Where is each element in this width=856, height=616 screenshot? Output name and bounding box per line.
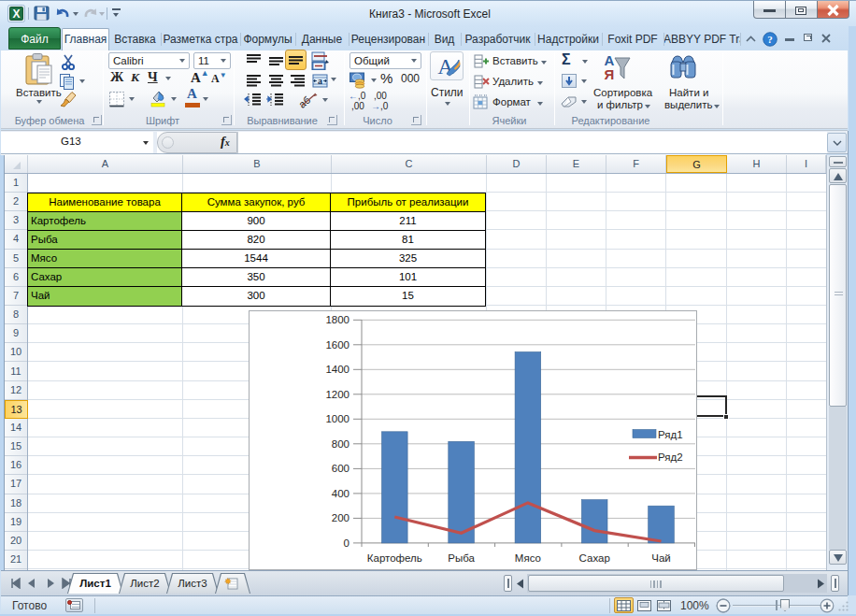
svg-text:0: 0 — [344, 537, 350, 549]
svg-text:Сахар: Сахар — [579, 552, 610, 564]
svg-text:A: A — [437, 54, 454, 79]
svg-text:аб: аб — [296, 94, 312, 109]
svg-text:Я: Я — [605, 66, 615, 82]
svg-text:?: ? — [767, 34, 773, 45]
svg-text:Ряд2: Ряд2 — [658, 451, 683, 463]
svg-text:600: 600 — [332, 463, 350, 474]
svg-text:a: a — [318, 76, 322, 86]
svg-text:1200: 1200 — [325, 389, 350, 400]
svg-text:1800: 1800 — [325, 314, 350, 325]
svg-text:1400: 1400 — [325, 364, 350, 375]
svg-text:Рыба: Рыба — [448, 552, 475, 564]
svg-text:X: X — [12, 7, 20, 21]
svg-text:Чай: Чай — [651, 552, 670, 564]
svg-text:1000: 1000 — [325, 413, 350, 424]
svg-text:Мясо: Мясо — [515, 552, 541, 564]
svg-text:800: 800 — [332, 438, 350, 450]
svg-text:Картофель: Картофель — [367, 552, 422, 564]
svg-text:Ряд1: Ряд1 — [658, 429, 683, 440]
svg-text:400: 400 — [332, 488, 350, 499]
svg-text:1600: 1600 — [325, 339, 350, 351]
svg-text:200: 200 — [332, 512, 350, 523]
